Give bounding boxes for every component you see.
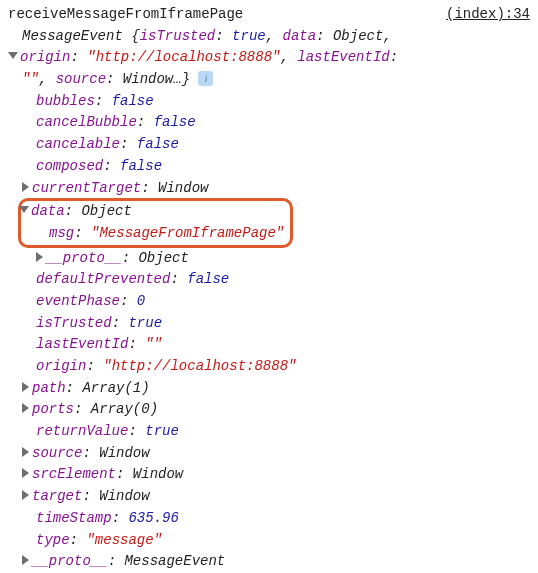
prop-data-msg[interactable]: msg: "MessageFromIframePage" [35, 223, 284, 245]
object-summary-line3: "", source: Window…} i [8, 69, 530, 91]
caret-down-icon[interactable] [8, 52, 18, 59]
caret-right-icon[interactable] [22, 403, 29, 413]
prop-origin[interactable]: origin: "http://localhost:8888" [8, 356, 530, 378]
prop-proto[interactable]: __proto__: MessageEvent [8, 551, 530, 573]
caret-right-icon[interactable] [22, 490, 29, 500]
object-summary-line2: origin: "http://localhost:8888", lastEve… [8, 47, 530, 69]
prop-returnValue[interactable]: returnValue: true [8, 421, 530, 443]
prop-currentTarget[interactable]: currentTarget: Window [8, 178, 530, 200]
prop-eventPhase[interactable]: eventPhase: 0 [8, 291, 530, 313]
log-header: receiveMessageFromIframePage (index):34 [8, 4, 530, 26]
prop-isTrusted[interactable]: isTrusted: true [8, 313, 530, 335]
prop-type[interactable]: type: "message" [8, 530, 530, 552]
info-icon[interactable]: i [198, 71, 213, 86]
prop-cancelBubble[interactable]: cancelBubble: false [8, 112, 530, 134]
prop-cancelable[interactable]: cancelable: false [8, 134, 530, 156]
prop-target[interactable]: target: Window [8, 486, 530, 508]
caret-right-icon[interactable] [22, 447, 29, 457]
source-link[interactable]: (index):34 [446, 4, 530, 26]
prop-srcElement[interactable]: srcElement: Window [8, 464, 530, 486]
prop-bubbles[interactable]: bubbles: false [8, 91, 530, 113]
prop-data-proto[interactable]: __proto__: Object [8, 248, 530, 270]
caret-right-icon[interactable] [22, 182, 29, 192]
prop-source[interactable]: source: Window [8, 443, 530, 465]
caret-right-icon[interactable] [36, 252, 43, 262]
highlight-box: data: Object msg: "MessageFromIframePage… [18, 198, 293, 247]
prop-timeStamp[interactable]: timeStamp: 635.96 [8, 508, 530, 530]
prop-composed[interactable]: composed: false [8, 156, 530, 178]
prop-data[interactable]: data: Object [19, 201, 284, 223]
function-name: receiveMessageFromIframePage [8, 4, 243, 26]
caret-right-icon[interactable] [22, 382, 29, 392]
caret-right-icon[interactable] [22, 468, 29, 478]
caret-right-icon[interactable] [22, 555, 29, 565]
object-summary[interactable]: MessageEvent {isTrusted: true, data: Obj… [8, 26, 530, 48]
prop-lastEventId[interactable]: lastEventId: "" [8, 334, 530, 356]
caret-down-icon[interactable] [19, 206, 29, 213]
prop-path[interactable]: path: Array(1) [8, 378, 530, 400]
prop-ports[interactable]: ports: Array(0) [8, 399, 530, 421]
prop-defaultPrevented[interactable]: defaultPrevented: false [8, 269, 530, 291]
